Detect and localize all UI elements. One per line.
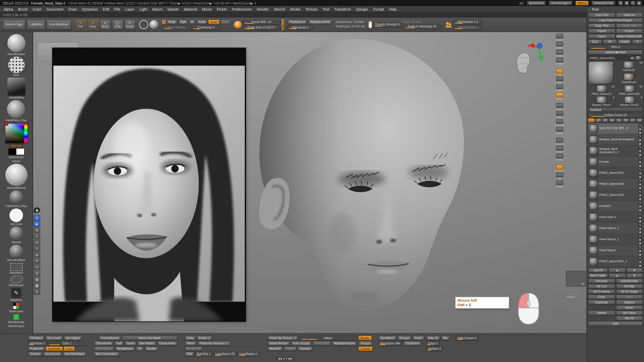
- sidebar-item[interactable]: MaskLasso: [9, 302, 23, 313]
- paint-mode-button[interactable]: Zadd: [196, 20, 208, 24]
- panel-button[interactable]: Paste Tool: [616, 23, 643, 28]
- mode-button[interactable]: ✛ Move: [100, 20, 111, 30]
- dock-button[interactable]: SDiv 2: [48, 341, 86, 346]
- menu-item[interactable]: Stroke: [290, 7, 300, 11]
- dock-button[interactable]: MaskByFeature: [332, 341, 357, 346]
- tray-item[interactable]: Import: [566, 295, 586, 299]
- collapse-panel-icon[interactable]: «: [588, 7, 590, 11]
- dock-button[interactable]: Morph UV: [185, 346, 203, 351]
- active-tool-thumbnail[interactable]: 13: [588, 61, 614, 84]
- menu-item[interactable]: Macro: [152, 7, 163, 11]
- dock-button[interactable]: Edge 0: [426, 341, 440, 346]
- dock-button[interactable]: Roll: [185, 352, 194, 356]
- camera-gizmo[interactable]: [513, 39, 548, 78]
- actual-size-icon[interactable]: Actual: [554, 50, 565, 57]
- paint-icon[interactable]: [638, 145, 642, 149]
- pin-icon[interactable]: ◉: [34, 207, 40, 213]
- pencil-icon[interactable]: ✏: [34, 240, 40, 245]
- panel-button[interactable]: Delete: [588, 311, 615, 315]
- document-canvas[interactable]: ◉◎▶✎/✏○●↶✂▯▤▦■ Mouse left Ctrl + Z Scro: [33, 32, 586, 333]
- panel-button[interactable]: Paste: [616, 295, 643, 299]
- trash-icon[interactable]: ▯: [34, 270, 40, 276]
- eye-icon[interactable]: [638, 138, 642, 141]
- dock-button[interactable]: Close Holes: [157, 341, 178, 346]
- polyframe-toggle-icon[interactable]: [638, 197, 642, 200]
- eye-icon[interactable]: [638, 182, 642, 186]
- eye-icon[interactable]: [638, 215, 642, 219]
- menu-item[interactable]: Transform: [334, 7, 351, 11]
- dock-button[interactable]: Min Connected I: [94, 352, 120, 356]
- paint-icon[interactable]: [638, 123, 642, 126]
- alpha-preview-icon[interactable]: [149, 20, 158, 29]
- dock-button[interactable]: Mirror: [185, 341, 197, 346]
- subtool-view-tab[interactable]: V3: [602, 118, 609, 122]
- dock-button[interactable]: MidValue 0: [28, 341, 47, 346]
- transparency-icon[interactable]: Transp: [554, 154, 565, 161]
- paint-mode-button[interactable]: Zcut: [220, 20, 230, 24]
- polyframe-toggle-icon[interactable]: [638, 208, 642, 211]
- eye-icon[interactable]: [638, 193, 642, 197]
- floor-grid-icon[interactable]: Floor: [554, 76, 565, 84]
- subtool-row[interactable]: Merged_Skull-decimation2_4: [588, 145, 643, 156]
- dot-tool-icon[interactable]: ●: [34, 252, 40, 258]
- menu-item[interactable]: Stencil: [274, 7, 285, 11]
- z-intensity-slider[interactable]: Z Intensity 4: [192, 25, 220, 30]
- dock-button[interactable]: Surface 0: [426, 346, 443, 351]
- live-boolean-button[interactable]: Live Boolean: [47, 20, 71, 29]
- dock-button[interactable]: DelMT: [284, 346, 297, 351]
- subtool-section-header[interactable]: Subtool: [588, 107, 643, 112]
- dock-button[interactable]: ClayPolish: [403, 341, 422, 346]
- paint-icon[interactable]: [638, 156, 642, 160]
- panel-button[interactable]: Split: [588, 321, 643, 326]
- zoom3d-icon[interactable]: Zoom3D: [554, 119, 565, 126]
- polyframe-toggle-icon[interactable]: [638, 241, 642, 245]
- paint-mode-button[interactable]: Zsub: [208, 20, 219, 24]
- menu-item[interactable]: Color: [33, 7, 42, 11]
- panel-button[interactable]: Del Other: [616, 311, 643, 315]
- subtool-row[interactable]: PM3D_Sphere3D1_1: [588, 256, 643, 267]
- subtool-view-tab[interactable]: V5: [616, 118, 622, 122]
- subtool-row[interactable]: Head Step-5_2: [588, 223, 643, 234]
- sidebar-item[interactable]: MeshProject: [9, 325, 24, 328]
- panel-button[interactable]: New Folder: [588, 273, 608, 278]
- lightbox-button[interactable]: LightBox: [27, 20, 46, 29]
- eye-icon[interactable]: [638, 160, 642, 163]
- pen-icon[interactable]: ✎: [34, 227, 40, 233]
- tool-slot[interactable]: 12 PM3D_Sphere3D2: [616, 85, 643, 95]
- local-symmetry-icon[interactable]: L.Sym: [554, 84, 565, 92]
- sidebar-item[interactable]: SelectLasso: [9, 275, 24, 286]
- subtool-row[interactable]: 34강 여성 두상 제작 - 2: [588, 123, 643, 134]
- paint-icon[interactable]: [638, 167, 642, 171]
- panel-button[interactable]: Import: [588, 29, 615, 33]
- subtool-row[interactable]: Female1: [588, 201, 643, 212]
- sidebar-item[interactable]: SelectRect: [10, 263, 23, 274]
- panel-button[interactable]: Clone: [588, 34, 615, 39]
- undo-icon[interactable]: ↶: [34, 258, 40, 264]
- dock-button[interactable]: Groups: [397, 336, 411, 340]
- panel-button[interactable]: R: [632, 39, 643, 44]
- panel-button[interactable]: Export: [616, 29, 643, 33]
- paint-icon[interactable]: [638, 223, 642, 226]
- obj-shadow-slider[interactable]: ObjShadow 0.3: [453, 20, 482, 24]
- dock-button[interactable]: Split Hidden: [94, 346, 114, 351]
- paint-icon[interactable]: [638, 134, 642, 138]
- stroke-preview-icon[interactable]: [139, 20, 148, 29]
- menu-item[interactable]: Texture: [305, 7, 317, 11]
- dock-button[interactable]: Resolution 464: [378, 341, 403, 346]
- line-fill-icon[interactable]: Line Fill: [554, 138, 565, 145]
- panel-button[interactable]: All Low: [588, 284, 615, 289]
- dock-button[interactable]: Unify: [185, 336, 196, 340]
- frame-icon[interactable]: Frame: [554, 103, 565, 111]
- panel-button[interactable]: All: [603, 39, 617, 44]
- menu-item[interactable]: Zplugin: [356, 7, 368, 11]
- subtool-view-tab[interactable]: V4: [609, 118, 615, 122]
- subtool-view-tab[interactable]: V2: [595, 118, 601, 122]
- dock-button[interactable]: Groups: [358, 341, 372, 346]
- dock-button[interactable]: Polish: [196, 336, 212, 340]
- palette-grid-icon[interactable]: ▦: [34, 283, 40, 289]
- subtool-row[interactable]: Female: [588, 156, 643, 167]
- restore-config-button[interactable]: R: [635, 56, 641, 60]
- mode-button[interactable]: ✏ Draw: [87, 20, 98, 30]
- interface-layout-icon[interactable]: ▤: [618, 1, 623, 5]
- dock-button[interactable]: Same: [125, 341, 136, 346]
